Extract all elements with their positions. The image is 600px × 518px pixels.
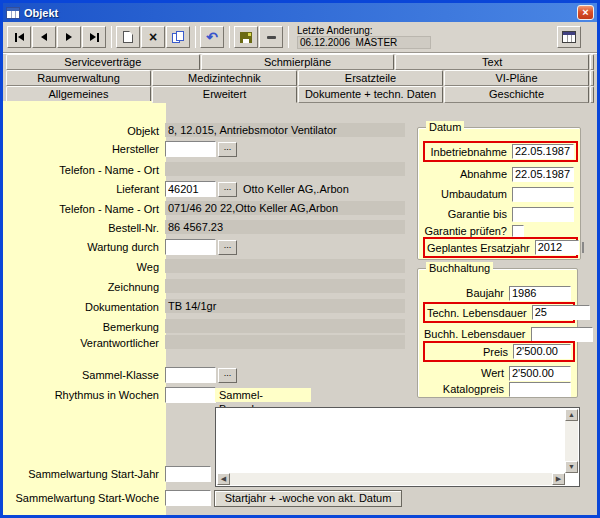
tab-dokumente-techn-daten[interactable]: Dokumente + techn. Daten <box>298 86 443 103</box>
toolbar: × ↶ Letzte Anderung: 06.12.2006 MASTER <box>3 22 597 53</box>
sammel-klasse-label: Sammel-Klasse <box>3 368 159 382</box>
tab-erweitert[interactable]: Erweitert <box>152 86 297 103</box>
ersatzjahr-field[interactable]: 2012 <box>535 240 579 255</box>
katalogpreis-field[interactable] <box>509 382 571 397</box>
buchhaltung-group-title: Buchhaltung <box>426 262 493 274</box>
close-button[interactable]: × <box>577 5 594 20</box>
wert-row: Wert 2'500.00 <box>424 365 571 381</box>
previous-record-button[interactable] <box>32 26 56 48</box>
next-record-button[interactable] <box>57 26 81 48</box>
dokumentation-label: Dokumentation <box>3 300 159 314</box>
calendar-icon <box>562 31 576 43</box>
baujahr-field[interactable]: 1986 <box>509 286 571 301</box>
weg-label: Weg <box>3 260 159 274</box>
garantie-bis-field[interactable] <box>512 207 574 222</box>
bestellnr-value: 86 4567.23 <box>165 220 405 234</box>
preis-label: Preis <box>427 346 508 358</box>
garantie-bis-row: Garantie bis <box>424 206 574 222</box>
hersteller-lookup-button[interactable]: ... <box>218 142 237 157</box>
save-floppy-icon <box>240 32 252 43</box>
lieferant-input[interactable] <box>165 181 216 197</box>
delete-record-button[interactable]: × <box>141 26 165 48</box>
toolbar-separator <box>195 26 196 48</box>
startjahr-woche-button[interactable]: Startjahr + -woche von akt. Datum <box>214 490 402 507</box>
sammel-bemerkung-label: Sammel-Bemerkung <box>215 388 311 402</box>
start-jahr-input[interactable] <box>165 466 211 482</box>
abnahme-field[interactable]: 22.05.1987 <box>512 167 574 182</box>
scroll-left-icon[interactable]: ◀ <box>217 473 230 485</box>
dokumentation-value: TB 14/1gr <box>165 299 405 313</box>
preis-row-highlight: Preis 2'500.00 <box>423 341 575 362</box>
tab-medizintechnik[interactable]: Medizintechnik <box>152 70 297 86</box>
wartung-durch-lookup-button[interactable]: ... <box>218 240 237 255</box>
sammel-bemerkung-box: ▲ ▼ ◀ ▶ <box>215 407 580 487</box>
tab-raumverwaltung[interactable]: Raumverwaltung <box>6 70 151 86</box>
buchh-lebensdauer-label: Buchh. Lebensdauer <box>424 328 526 340</box>
buchh-lebensdauer-field[interactable] <box>531 327 593 342</box>
undo-button[interactable]: ↶ <box>200 26 224 48</box>
app-table-icon <box>6 7 20 19</box>
last-record-button[interactable] <box>82 26 106 48</box>
copy-record-button[interactable] <box>166 26 190 48</box>
lieferant-lookup-button[interactable]: ... <box>218 182 237 197</box>
wartung-durch-label: Wartung durch <box>3 240 159 254</box>
tab-geschichte[interactable]: Geschichte <box>444 86 589 103</box>
buchh-lebensdauer-row: Buchh. Lebensdauer <box>424 326 571 342</box>
inbetriebnahme-row-highlight: Inbetriebnahme 22.05.1987 <box>423 141 578 162</box>
ersatzjahr-label: Geplantes Ersatzjahr <box>427 242 530 254</box>
tab-stub <box>590 54 594 70</box>
weg-value <box>165 259 405 273</box>
scroll-down-icon[interactable]: ▼ <box>565 461 578 473</box>
tab-ersatzteile[interactable]: Ersatzteile <box>298 70 443 86</box>
first-record-button[interactable] <box>7 26 31 48</box>
katalogpreis-row: Katalogpreis <box>424 381 571 397</box>
lieferant-name-ort: Otto Keller AG,.Arbon <box>243 182 349 196</box>
inbetriebnahme-field[interactable]: 22.05.1987 <box>512 144 574 159</box>
techn-lebensdauer-field[interactable]: 25 <box>532 305 590 320</box>
garantie-pruefen-checkbox[interactable] <box>512 225 524 237</box>
sammel-klasse-input[interactable] <box>165 367 216 383</box>
tab-stub <box>590 86 594 103</box>
objekt-label: Objekt <box>3 124 159 138</box>
katalogpreis-label: Katalogpreis <box>424 383 504 395</box>
last-change-label: Letzte Anderung: <box>297 25 431 36</box>
scroll-right-icon[interactable]: ▶ <box>552 473 565 485</box>
title-bar: Objekt × <box>3 3 597 22</box>
umbaudatum-row: Umbaudatum <box>424 186 574 202</box>
horizontal-scrollbar[interactable]: ◀ ▶ <box>217 473 565 485</box>
calendar-button[interactable] <box>557 26 581 48</box>
sammel-bemerkung-textarea[interactable] <box>218 410 563 471</box>
garantie-bis-label: Garantie bis <box>424 208 507 220</box>
new-document-icon <box>123 31 133 43</box>
vertical-scrollbar[interactable]: ▲ ▼ <box>565 409 578 473</box>
hersteller-label: Hersteller <box>3 142 159 156</box>
minus-button[interactable] <box>259 26 283 48</box>
zeichnung-label: Zeichnung <box>3 280 159 294</box>
tab-schmierplaene[interactable]: Schmierpläne <box>201 54 395 70</box>
abnahme-row: Abnahme 22.05.1987 <box>424 166 574 182</box>
copy-icon <box>172 31 185 44</box>
buchhaltung-group: Buchhaltung Baujahr 1986 Techn. Lebensda… <box>417 268 578 398</box>
bestellnr-label: Bestell-Nr. <box>3 221 159 235</box>
preis-field[interactable]: 2'500.00 <box>513 344 571 359</box>
objekt-value: 8, 12.015, Antriebsmotor Ventilator <box>165 123 405 137</box>
datum-group-title: Datum <box>426 121 464 133</box>
tab-servicevertraege[interactable]: Serviceverträge <box>6 54 200 70</box>
wert-field[interactable]: 2'500.00 <box>509 366 571 381</box>
sammel-klasse-lookup-button[interactable]: ... <box>218 368 237 383</box>
start-woche-input[interactable] <box>165 490 211 506</box>
tab-vi-plaene[interactable]: VI-Pläne <box>444 70 589 86</box>
baujahr-label: Baujahr <box>424 287 504 299</box>
scroll-up-icon[interactable]: ▲ <box>565 409 578 421</box>
ersatzjahr-row-highlight: Geplantes Ersatzjahr 2012 <box>423 237 578 258</box>
umbaudatum-field[interactable] <box>512 187 574 202</box>
ersatzjahr-picker-icon[interactable] <box>582 242 584 253</box>
wartung-durch-input[interactable] <box>165 239 216 255</box>
new-record-button[interactable] <box>116 26 140 48</box>
garantie-pruefen-label: Garantie prüfen? <box>424 225 507 237</box>
rhythmus-input[interactable] <box>165 387 216 403</box>
undo-icon: ↶ <box>206 31 218 43</box>
save-button[interactable] <box>234 26 258 48</box>
tab-text[interactable]: Text <box>395 54 589 70</box>
hersteller-input[interactable] <box>165 141 216 157</box>
